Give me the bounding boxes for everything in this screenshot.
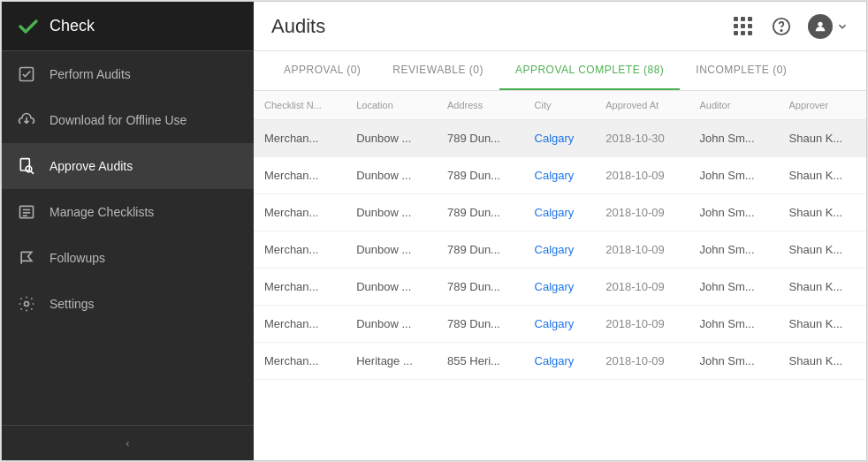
cell-city: Calgary: [524, 194, 596, 231]
col-header-checklist: Checklist N...: [254, 91, 346, 120]
table-row[interactable]: Merchan...Dunbow ...789 Dun...Calgary201…: [254, 120, 866, 157]
cell-address: 789 Dun...: [437, 157, 524, 194]
cell-approved_at: 2018-10-30: [595, 120, 689, 157]
cell-address: 789 Dun...: [437, 120, 524, 157]
cell-location: Dunbow ...: [346, 231, 437, 269]
cell-checklist: Merchan...: [254, 269, 346, 306]
cell-address: 789 Dun...: [437, 269, 524, 306]
avatar: [808, 14, 833, 39]
col-header-city: City: [524, 91, 596, 120]
app-title: Check: [49, 17, 95, 35]
table-row[interactable]: Merchan...Dunbow ...789 Dun...Calgary201…: [254, 231, 866, 269]
cell-approver: Shaun K...: [779, 306, 866, 343]
cell-checklist: Merchan...: [254, 343, 346, 380]
cell-approved_at: 2018-10-09: [595, 269, 689, 306]
cell-location: Dunbow ...: [346, 269, 437, 306]
table-row[interactable]: Merchan...Dunbow ...789 Dun...Calgary201…: [254, 157, 866, 194]
svg-point-10: [818, 21, 822, 26]
col-header-approver: Approver: [779, 91, 866, 120]
cell-approver: Shaun K...: [779, 194, 866, 231]
sidebar-collapse-button[interactable]: ‹: [2, 425, 254, 460]
cell-checklist: Merchan...: [254, 157, 346, 194]
tab-incomplete[interactable]: INCOMPLETE (0): [680, 51, 803, 90]
cell-auditor: John Sm...: [689, 120, 778, 157]
cell-city: Calgary: [524, 269, 596, 306]
gear-icon: [16, 293, 37, 314]
table-row[interactable]: Merchan...Dunbow ...789 Dun...Calgary201…: [254, 194, 866, 231]
flag-icon: [16, 247, 37, 269]
sidebar-item-download-offline[interactable]: Download for Offline Use: [2, 97, 254, 143]
svg-point-9: [780, 29, 781, 30]
cell-auditor: John Sm...: [689, 343, 778, 380]
col-header-location: Location: [346, 91, 437, 120]
topbar-actions: [730, 14, 849, 39]
chevron-down-icon: [836, 20, 849, 33]
help-icon: [772, 17, 791, 36]
table-row[interactable]: Merchan...Dunbow ...789 Dun...Calgary201…: [254, 306, 866, 343]
cell-auditor: John Sm...: [689, 306, 778, 343]
topbar: Audits: [254, 2, 866, 51]
cell-city: Calgary: [524, 231, 596, 269]
cell-approver: Shaun K...: [779, 157, 866, 194]
col-header-address: Address: [437, 91, 524, 120]
app-logo: [16, 14, 41, 39]
cell-approver: Shaun K...: [779, 343, 866, 380]
cell-address: 789 Dun...: [437, 231, 524, 269]
cell-city: Calgary: [524, 306, 596, 343]
cell-address: 855 Heri...: [437, 343, 524, 380]
tab-approval-complete[interactable]: APPROVAL COMPLETE (88): [499, 51, 680, 90]
cell-location: Dunbow ...: [346, 306, 437, 343]
cell-city: Calgary: [524, 120, 596, 157]
cell-approved_at: 2018-10-09: [595, 231, 689, 269]
cell-address: 789 Dun...: [437, 306, 524, 343]
sidebar-item-label: Download for Offline Use: [49, 113, 187, 127]
sidebar-item-label: Settings: [49, 297, 95, 311]
audits-table: Checklist N... Location Address City App…: [254, 91, 866, 380]
cell-approver: Shaun K...: [779, 120, 866, 157]
table-row[interactable]: Merchan...Dunbow ...789 Dun...Calgary201…: [254, 269, 866, 306]
account-icon: [813, 19, 827, 34]
cell-auditor: John Sm...: [689, 194, 778, 231]
cloud-download-icon: [16, 110, 37, 131]
cell-checklist: Merchan...: [254, 231, 346, 269]
sidebar-nav: Perform Audits Download for Offline Use: [2, 51, 254, 425]
cell-approved_at: 2018-10-09: [595, 194, 689, 231]
cell-auditor: John Sm...: [689, 231, 778, 269]
cell-auditor: John Sm...: [689, 157, 778, 194]
col-header-approved-at: Approved At: [595, 91, 689, 120]
main-content: Audits: [254, 2, 866, 460]
chevron-left-icon: ‹: [126, 436, 129, 450]
cell-address: 789 Dun...: [437, 194, 524, 231]
sidebar-item-label: Perform Audits: [49, 67, 131, 81]
sidebar-item-manage-checklists[interactable]: Manage Checklists: [2, 189, 254, 235]
sidebar-item-approve-audits[interactable]: Approve Audits: [2, 143, 254, 189]
checkmark-square-icon: [16, 64, 37, 85]
cell-city: Calgary: [524, 157, 596, 194]
page-title: Audits: [271, 15, 325, 38]
cell-checklist: Merchan...: [254, 194, 346, 231]
cell-approver: Shaun K...: [779, 231, 866, 269]
cell-city: Calgary: [524, 343, 596, 380]
sidebar-item-settings[interactable]: Settings: [2, 281, 254, 327]
sidebar-item-followups[interactable]: Followups: [2, 235, 254, 281]
tab-approval[interactable]: APPROVAL (0): [268, 51, 377, 90]
sidebar: Check Perform Audits: [2, 2, 254, 460]
grid-apps-button[interactable]: [730, 14, 755, 39]
account-menu-button[interactable]: [808, 14, 849, 39]
help-button[interactable]: [769, 14, 794, 39]
cell-location: Dunbow ...: [346, 120, 437, 157]
cell-location: Dunbow ...: [346, 194, 437, 231]
cell-approved_at: 2018-10-09: [595, 306, 689, 343]
cell-approver: Shaun K...: [779, 269, 866, 306]
sidebar-item-label: Followups: [49, 251, 105, 265]
sidebar-item-label: Approve Audits: [49, 159, 133, 173]
tab-reviewable[interactable]: REVIEWABLE (0): [377, 51, 499, 90]
svg-point-7: [25, 302, 29, 307]
tabs-bar: APPROVAL (0) REVIEWABLE (0) APPROVAL COM…: [254, 51, 866, 91]
table-row[interactable]: Merchan...Heritage ...855 Heri...Calgary…: [254, 343, 866, 380]
table-area: Checklist N... Location Address City App…: [254, 91, 866, 460]
sidebar-item-perform-audits[interactable]: Perform Audits: [2, 51, 254, 97]
cell-location: Heritage ...: [346, 343, 437, 380]
cell-approved_at: 2018-10-09: [595, 157, 689, 194]
svg-rect-1: [20, 159, 29, 170]
